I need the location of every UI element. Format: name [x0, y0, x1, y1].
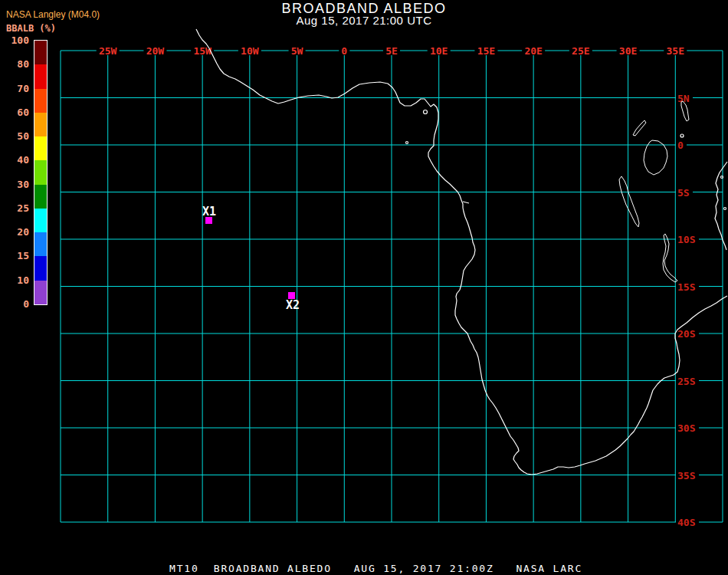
lat-label-0: 0	[677, 140, 684, 151]
lon-label-10E: 10E	[430, 45, 448, 57]
coastline-congo-river-mouth	[463, 202, 469, 203]
marker-label-X1: X1	[202, 205, 216, 219]
bioko-island	[424, 110, 428, 114]
lon-label-15E: 15E	[477, 45, 495, 57]
lon-label-30E: 30E	[619, 45, 637, 57]
lat-label-25S: 25S	[677, 376, 696, 387]
status-bar: MT10 BROADBAND ALBEDO AUG 15, 2017 21:00…	[169, 563, 582, 574]
lon-label-5E: 5E	[385, 45, 398, 57]
lon-label-0: 0	[341, 45, 347, 57]
lat-label-15S: 15S	[677, 281, 696, 293]
zanzibar-island	[724, 208, 726, 210]
marker-label-X2: X2	[286, 298, 300, 312]
lat-label-40S: 40S	[677, 517, 696, 528]
lon-label-20W: 20W	[146, 45, 165, 57]
lat-label-35S: 35S	[677, 470, 696, 481]
map-canvas[interactable]: 25W20W15W10W5W05E10E15E20E25E30E35E5N05S…	[0, 0, 728, 575]
lon-label-25E: 25E	[572, 45, 589, 57]
lake-albert	[633, 120, 646, 136]
pemba-island	[721, 176, 723, 179]
lon-label-25W: 25W	[99, 45, 117, 57]
lon-label-10W: 10W	[241, 45, 259, 57]
lake-tanganyika	[619, 176, 639, 227]
lat-label-20S: 20S	[677, 328, 696, 340]
lat-label-10S: 10S	[677, 234, 696, 245]
lat-label-5S: 5S	[677, 187, 690, 199]
lon-label-35E: 35E	[667, 45, 684, 57]
coastline-east-coast-kenya-tanzania	[715, 162, 727, 250]
coastline-africa-atlantic-and-south-coast	[196, 29, 727, 475]
lat-label-30S: 30S	[677, 422, 696, 434]
sao-tome-island	[406, 142, 408, 144]
lon-label-5W: 5W	[291, 45, 303, 57]
albedo-map-screen: { "header": { "title": "BROADBAND ALBEDO…	[0, 0, 728, 575]
lake-edward	[680, 134, 684, 137]
lon-label-20E: 20E	[524, 45, 542, 57]
lake-victoria	[644, 140, 667, 175]
lake-turkana	[681, 101, 689, 121]
